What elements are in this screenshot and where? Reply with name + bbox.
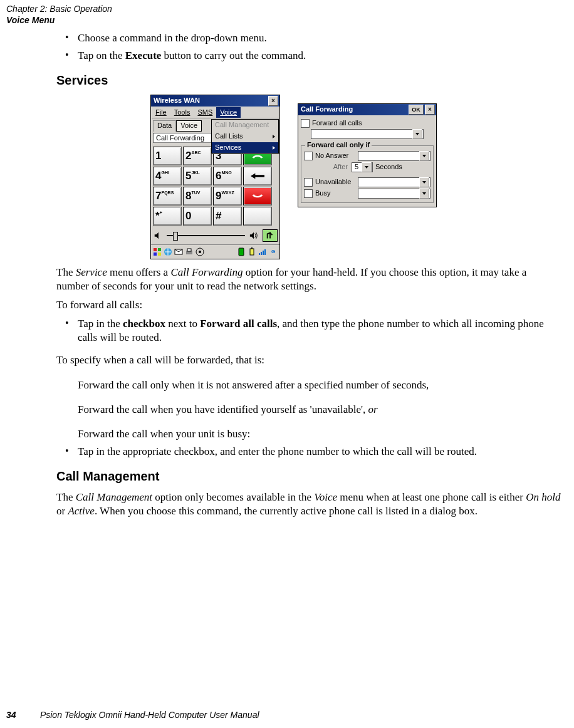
key-8[interactable]: 8TUV (183, 187, 212, 205)
t: The (56, 266, 76, 278)
key-9[interactable]: 9WXYZ (213, 187, 242, 205)
keypad: 1 2ABC 3DEF 4GHI 5JKL 6MNO 7PQRS 8TUV 9W… (153, 147, 278, 226)
speaker-mute-icon[interactable] (153, 231, 163, 241)
dropdown-unavailable[interactable] (358, 177, 430, 187)
t: next to (165, 318, 200, 330)
bullet-appropriate-checkbox: Tap in the appropriate checkbox, and ent… (56, 445, 561, 459)
checkbox-unavailable[interactable] (304, 178, 313, 187)
tray-signal-icon[interactable] (196, 247, 204, 256)
svg-rect-14 (261, 252, 262, 255)
svg-rect-16 (264, 249, 266, 255)
dropdown-forward-all[interactable] (311, 129, 424, 139)
t: Call Management (76, 491, 152, 503)
tab-data[interactable]: Data (153, 120, 176, 132)
t: option only becomes available in the (152, 491, 314, 503)
menu-file[interactable]: File (152, 107, 170, 118)
key-sub: MNO (221, 170, 231, 176)
label-forward-all: Forward all calls (312, 119, 362, 128)
key-sub: JKL (191, 170, 199, 176)
chevron-down-icon (415, 133, 419, 135)
tray-gprs-icon[interactable]: G (269, 247, 278, 256)
tab-voice[interactable]: Voice (176, 120, 202, 132)
tray-mail-icon[interactable] (174, 247, 183, 256)
checkbox-no-answer[interactable] (304, 152, 313, 160)
checkbox-busy[interactable] (304, 189, 313, 198)
key-backspace[interactable] (243, 167, 272, 185)
t: Voice (314, 491, 337, 503)
menu-tools[interactable]: Tools (170, 107, 194, 118)
tray-globe-icon[interactable] (164, 247, 172, 256)
tray-print-icon[interactable] (185, 247, 194, 256)
key-hangup[interactable] (243, 187, 272, 205)
indented-unavailable: Forward the call when you have identifie… (78, 403, 561, 417)
close-icon[interactable]: × (425, 105, 435, 115)
key-7[interactable]: 7PQRS (153, 187, 182, 205)
label-unavailable: Unavailable (315, 178, 355, 187)
t: Tap in the appropriate checkbox, and ent… (78, 445, 477, 457)
menuitem-label: Services (215, 143, 241, 152)
t: Forward the call when you have identifie… (78, 403, 368, 415)
t: menu offers a (107, 266, 171, 278)
start-icon[interactable] (153, 247, 162, 256)
t: or (56, 505, 68, 517)
sip-keyboard-icon[interactable] (263, 229, 278, 242)
volume-slider[interactable] (167, 235, 245, 236)
bullets-specify-appropriate: Tap in the appropriate checkbox, and ent… (56, 445, 561, 459)
titlebar-wwan[interactable]: Wireless WAN × (151, 95, 279, 107)
svg-rect-1 (158, 248, 161, 251)
dropdown-busy[interactable] (358, 189, 430, 199)
menuitem-label: Call Lists (215, 132, 243, 141)
svg-rect-15 (263, 251, 264, 255)
key-4[interactable]: 4GHI (153, 167, 182, 185)
ok-button[interactable]: OK (409, 105, 424, 115)
key-star[interactable]: *+ (153, 207, 182, 226)
para-to-specify: To specify when a call will be forwarded… (56, 353, 561, 367)
titlebar-cfwd[interactable]: Call Forwarding OK × (298, 104, 436, 115)
group-legend: Forward call only if (305, 141, 372, 150)
volume-row (153, 229, 278, 242)
key-1[interactable]: 1 (153, 147, 182, 165)
key-hash[interactable]: # (213, 207, 242, 226)
tray-phone-icon[interactable] (237, 247, 246, 256)
tray-battery-icon[interactable] (248, 247, 256, 256)
svg-rect-7 (187, 249, 191, 251)
t: or (368, 403, 378, 415)
key-label: 0 (185, 209, 191, 222)
figure-row: Wireless WAN × File Tools SMS Voice Call… (150, 95, 561, 259)
para-to-forward-all: To forward all calls: (56, 298, 561, 312)
svg-point-9 (199, 251, 201, 253)
menuitem-call-lists[interactable]: Call Lists (212, 131, 278, 142)
speaker-loud-icon[interactable] (249, 231, 259, 241)
key-label: 2 (185, 149, 191, 162)
key-sub: GHI (161, 170, 169, 176)
key-sub: TUV (191, 190, 200, 196)
heading-services: Services (56, 73, 561, 88)
backspace-icon (251, 173, 264, 179)
key-2[interactable]: 2ABC (183, 147, 212, 165)
key-0[interactable]: 0 (183, 207, 212, 226)
page-number: 34 (6, 710, 38, 721)
t: menu when at least one phone call is eit… (337, 491, 526, 503)
t: On hold (526, 491, 560, 503)
t: Active (68, 505, 94, 517)
bullet-text: Choose a command in the drop-down menu. (78, 32, 267, 44)
tray-bars-icon[interactable] (258, 247, 267, 256)
menuitem-label: Call Management (215, 121, 269, 130)
key-sub: ABC (191, 150, 201, 156)
key-6[interactable]: 6MNO (213, 167, 242, 185)
chevron-right-icon (273, 135, 275, 138)
menuitem-call-management: Call Management (212, 120, 278, 131)
dropdown-no-answer[interactable] (358, 151, 430, 161)
close-icon[interactable]: × (268, 96, 278, 106)
key-sub: PQRS (161, 190, 174, 196)
t: Call Forwarding (170, 266, 243, 278)
menuitem-services[interactable]: Services (212, 142, 278, 153)
taskbar: G (151, 244, 279, 259)
dropdown-after-seconds[interactable]: 5 (352, 162, 373, 172)
menu-voice[interactable]: Voice (216, 107, 241, 118)
indented-not-answered: Forward the call only when it is not ans… (78, 378, 561, 392)
menu-sms[interactable]: SMS (194, 107, 216, 118)
checkbox-forward-all[interactable] (301, 119, 310, 128)
key-5[interactable]: 5JKL (183, 167, 212, 185)
footer-text: Psion Teklogix Omnii Hand-Held Computer … (40, 710, 259, 720)
